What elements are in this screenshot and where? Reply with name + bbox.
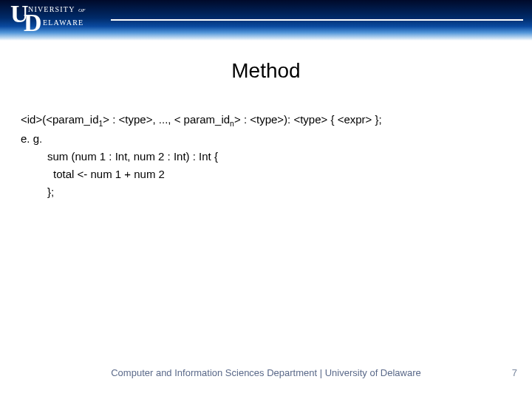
slide-title: Method bbox=[0, 59, 532, 83]
slide: U NIVERSITY OF D ELAWARE Method <id>(<pa… bbox=[0, 0, 532, 399]
syntax-post: > : <type>): <type> { <expr> }; bbox=[234, 113, 382, 126]
footer-text: Computer and Information Sciences Depart… bbox=[0, 367, 532, 378]
svg-text:D: D bbox=[24, 9, 42, 35]
logo-bottom-text: ELAWARE bbox=[43, 18, 83, 27]
syntax-line: <id>(<param_id1> : <type>, ..., < param_… bbox=[21, 111, 511, 130]
slide-body: <id>(<param_id1> : <type>, ..., < param_… bbox=[21, 111, 511, 201]
syntax-mid: > : <type>, ..., < param_id bbox=[103, 113, 230, 126]
code-line-3: }; bbox=[21, 183, 511, 201]
eg-line: e. g. bbox=[21, 130, 511, 148]
ud-logo: U NIVERSITY OF D ELAWARE bbox=[10, 1, 106, 38]
page-number: 7 bbox=[512, 367, 517, 378]
header-rule bbox=[111, 19, 523, 21]
code-line-2: total <- num 1 + num 2 bbox=[21, 166, 511, 183]
syntax-pre: <id>(<param_id bbox=[21, 113, 98, 126]
code-line-1: sum (num 1 : Int, num 2 : Int) : Int { bbox=[21, 148, 511, 166]
logo-of-text: OF bbox=[78, 7, 86, 13]
